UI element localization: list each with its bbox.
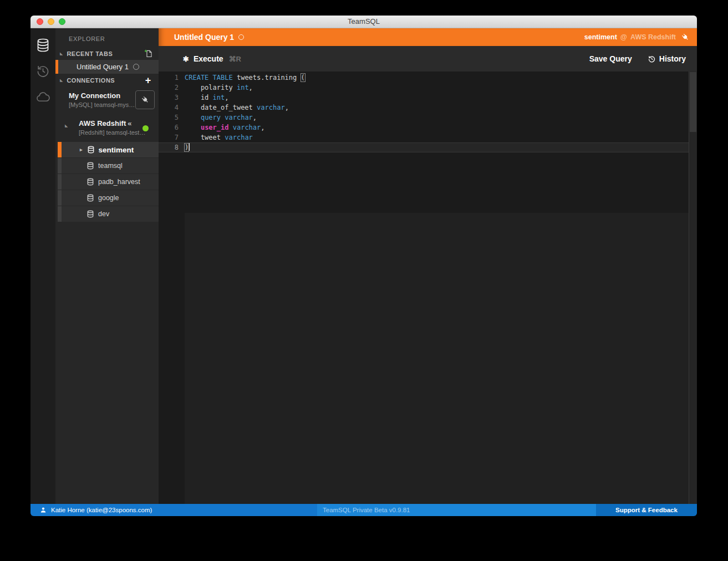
context-database: sentiment (584, 33, 617, 41)
history-label: History (659, 54, 686, 63)
db-strip (58, 190, 62, 206)
active-tab-indicator (55, 60, 58, 74)
code-line: 8) (159, 142, 689, 152)
support-feedback-label: Support & Feedback (615, 507, 678, 513)
line-number: 1 (159, 73, 179, 83)
plug-icon (679, 31, 692, 44)
window-titlebar[interactable]: TeamSQL (30, 16, 697, 28)
code-token: ( (301, 74, 305, 81)
unsaved-indicator-icon (238, 34, 244, 40)
section-connections[interactable]: ◣ CONNECTIONS + (55, 74, 159, 86)
database-icon (87, 146, 95, 154)
line-number: 6 (159, 123, 179, 132)
version-label: TeamSQL Private Beta v0.9.81 (323, 507, 410, 513)
add-connection-button[interactable]: + (142, 75, 154, 86)
execute-button[interactable]: ✱ Execute ⌘R (183, 54, 241, 63)
save-query-button[interactable]: Save Query (589, 54, 632, 63)
db-item-sentiment[interactable]: ▸ sentiment (58, 142, 159, 157)
connection-aws-redshift[interactable]: ◣ AWS Redshift« [Redshift] teamsql-test… (55, 113, 159, 140)
code-text: polarity int, (179, 83, 253, 93)
close-button[interactable] (37, 18, 43, 25)
collapse-panel-glyph[interactable]: « (128, 119, 131, 128)
section-recent-tabs[interactable]: ◣ RECENT TABS (55, 47, 159, 60)
support-feedback-button[interactable]: Support & Feedback (596, 504, 697, 516)
editor-scrollbar[interactable] (689, 72, 697, 504)
icon-rail (30, 28, 55, 504)
code-token (185, 114, 201, 121)
collapse-triangle-icon: ◣ (60, 78, 63, 82)
db-label: sentiment (99, 146, 134, 154)
code-token: int (208, 94, 225, 101)
code-line: 2 polarity int, (159, 83, 689, 93)
execute-star-icon: ✱ (183, 55, 189, 63)
sql-code-editor[interactable]: 1CREATE TABLE tweets.training (2 polarit… (159, 72, 697, 504)
db-item-dev[interactable]: dev (58, 206, 159, 222)
connect-button[interactable] (135, 90, 155, 109)
db-label: teamsql (98, 162, 123, 170)
code-token: tweets.training (233, 74, 301, 81)
code-line: 6 user_id varchar, (159, 123, 689, 132)
connected-indicator (142, 125, 149, 131)
code-token: polarity (185, 84, 233, 91)
query-tab-bar: Untitled Query 1 sentiment @ AWS Redshif… (159, 28, 697, 46)
expand-arrow-icon[interactable]: ▸ (80, 147, 83, 152)
scrollbar-thumb[interactable] (690, 72, 696, 132)
db-item-teamsql[interactable]: teamsql (58, 158, 159, 174)
cloud-icon[interactable] (35, 89, 51, 105)
history-icon[interactable] (35, 63, 51, 79)
minimize-button[interactable] (48, 18, 54, 25)
db-strip (58, 174, 62, 190)
tab-untitled-query-1[interactable]: Untitled Query 1 (159, 33, 244, 42)
db-strip (58, 206, 62, 222)
code-line: 4 date_of_tweet varchar, (159, 103, 689, 113)
code-line: 1CREATE TABLE tweets.training ( (159, 73, 689, 83)
code-text: user_id varchar, (179, 123, 265, 132)
save-query-label: Save Query (589, 54, 632, 63)
window-title: TeamSQL (30, 16, 697, 27)
status-bar: Katie Horne (katie@23spoons.com) TeamSQL… (30, 504, 697, 516)
recent-tab-untitled-query-1[interactable]: Untitled Query 1 (55, 60, 159, 74)
history-button[interactable]: History (648, 54, 686, 63)
db-label: google (98, 194, 119, 202)
db-item-padb-harvest[interactable]: padb_harvest (58, 174, 159, 190)
traffic-lights (37, 18, 65, 25)
code-line: 3 id int, (159, 93, 689, 103)
toolbar-right-group: Save Query History (589, 54, 686, 63)
database-icon (86, 194, 94, 202)
plus-icon: + (145, 75, 151, 85)
code-text: CREATE TABLE tweets.training ( (179, 73, 305, 83)
code-line: 5 query varchar, (159, 113, 689, 123)
tab-label: Untitled Query 1 (174, 33, 234, 42)
code-token: date_of_tweet (185, 104, 253, 111)
database-icon (86, 210, 94, 218)
context-connection: AWS Redshift (630, 33, 676, 41)
code-token: ) (185, 144, 189, 151)
db-item-google[interactable]: google (58, 190, 159, 206)
code-token: tweet (185, 134, 221, 141)
main-area: EXPLORER ◣ RECENT TABS Untitled Query 1 (30, 28, 697, 504)
user-account[interactable]: Katie Horne (katie@23spoons.com) (30, 504, 317, 516)
explorer-title: EXPLORER (55, 28, 159, 47)
explorer-panel: EXPLORER ◣ RECENT TABS Untitled Query 1 (55, 28, 159, 504)
connection-context[interactable]: sentiment @ AWS Redshift (584, 33, 697, 42)
user-label: Katie Horne (katie@23spoons.com) (51, 507, 152, 513)
connections-label: CONNECTIONS (67, 77, 142, 84)
collapse-triangle-icon: ◣ (65, 124, 68, 128)
line-number: 8 (159, 142, 179, 152)
editor-toolbar: ✱ Execute ⌘R Save Query History (159, 46, 697, 72)
database-icon (86, 162, 94, 170)
line-number: 5 (159, 113, 179, 123)
history-icon (648, 55, 656, 63)
unsaved-indicator-icon (133, 64, 139, 70)
database-list: ▸ sentiment teamsql (55, 142, 159, 222)
new-tab-button[interactable] (142, 48, 154, 59)
zoom-button[interactable] (59, 18, 65, 25)
code-lines: 1CREATE TABLE tweets.training (2 polarit… (159, 73, 689, 152)
new-file-icon (144, 49, 153, 58)
recent-tab-label: Untitled Query 1 (77, 63, 129, 71)
code-token: , (249, 84, 253, 91)
execute-label: Execute (194, 54, 223, 63)
connection-my-connection[interactable]: My Connection [MySQL] teamsql-mys… (55, 86, 159, 113)
collapse-triangle-icon: ◣ (60, 52, 63, 55)
database-explorer-icon[interactable] (35, 37, 51, 53)
